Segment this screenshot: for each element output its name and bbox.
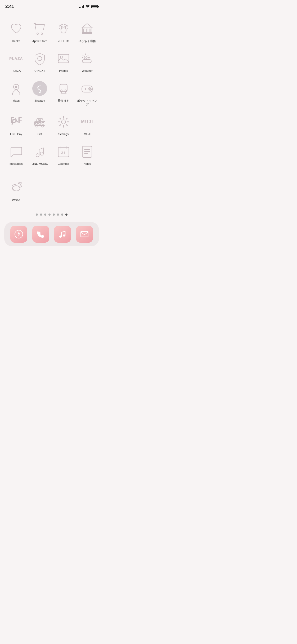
- mail-icon: [80, 230, 89, 239]
- app-calendar[interactable]: 31 Calendar: [52, 140, 75, 169]
- page-dot-5[interactable]: [53, 214, 55, 216]
- app-grid: Health Apple Store ZEPETO: [0, 12, 103, 172]
- page-dot-7[interactable]: [61, 214, 63, 216]
- svg-point-58: [59, 236, 61, 238]
- svg-marker-56: [18, 232, 20, 234]
- app-norikae[interactable]: 乗り換え: [52, 77, 75, 110]
- shazam-s-icon: [35, 84, 44, 93]
- music-note-icon: [33, 145, 47, 158]
- app-zepeto-label: ZEPETO: [58, 39, 69, 43]
- image-icon: [57, 52, 70, 65]
- svg-point-59: [63, 234, 65, 237]
- app-messages[interactable]: Messages: [4, 140, 28, 169]
- app-health-label: Health: [12, 39, 20, 43]
- muji-logo: MUJI: [81, 119, 93, 124]
- gamepad-icon: [80, 82, 94, 95]
- dock-music[interactable]: [54, 226, 71, 243]
- app-plaza-label: PLAZA: [12, 69, 21, 73]
- app-maps-label: Maps: [13, 99, 20, 103]
- svg-rect-41: [39, 119, 41, 121]
- app-photos[interactable]: Photos: [52, 47, 75, 76]
- app-waibo[interactable]: Waibo: [4, 176, 28, 206]
- dock: [4, 222, 99, 246]
- page-dot-1[interactable]: [36, 214, 38, 216]
- app-line-music-label: LINE MUSIC: [32, 162, 48, 166]
- svg-rect-9: [83, 29, 85, 32]
- app-notes-label: Notes: [83, 162, 91, 166]
- weather-icon: [80, 52, 94, 65]
- page-dot-8[interactable]: [65, 214, 68, 216]
- svg-point-55: [15, 230, 23, 238]
- app-go-label: GO: [38, 132, 42, 136]
- svg-text:P: P: [11, 117, 17, 126]
- app-weather[interactable]: Weather: [75, 47, 99, 76]
- app-photos-label: Photos: [59, 69, 68, 73]
- svg-rect-38: [35, 122, 38, 124]
- svg-rect-10: [86, 29, 88, 32]
- app-grid-single: Waibo: [0, 172, 103, 208]
- app-zepeto[interactable]: ZEPETO: [52, 17, 75, 47]
- page-dot-4[interactable]: [48, 214, 51, 216]
- dock-safari[interactable]: [10, 226, 27, 243]
- app-pocket-camp[interactable]: ポケットキャンプ: [75, 77, 99, 110]
- svg-rect-17: [82, 60, 91, 63]
- status-time: 2:41: [5, 4, 14, 9]
- notes-icon: [80, 145, 94, 158]
- app-line-music[interactable]: LINE MUSIC: [28, 140, 52, 169]
- app-norikae-label: 乗り換え: [58, 99, 69, 103]
- app-muji[interactable]: MUJI MUJI: [75, 110, 99, 140]
- svg-rect-40: [42, 122, 44, 124]
- svg-rect-50: [82, 146, 92, 157]
- wifi-icon: [86, 5, 90, 8]
- shield-icon: [33, 52, 47, 65]
- train-icon: [57, 82, 70, 95]
- svg-point-16: [84, 56, 87, 59]
- status-icons: [79, 5, 98, 8]
- dock-phone[interactable]: [32, 226, 49, 243]
- svg-point-0: [37, 33, 38, 34]
- app-messages-label: Messages: [10, 162, 22, 166]
- app-line-pay[interactable]: P LINE Pay: [4, 110, 28, 140]
- page-dots: [0, 208, 103, 220]
- app-apple-store-label: Apple Store: [32, 39, 47, 43]
- app-shazam-label: Shazam: [34, 99, 45, 103]
- app-go[interactable]: GO: [28, 110, 52, 140]
- app-shazam[interactable]: Shazam: [28, 77, 52, 110]
- svg-point-19: [15, 86, 17, 88]
- app-maps[interactable]: Maps: [4, 77, 28, 110]
- svg-rect-39: [39, 122, 41, 124]
- page-dot-6[interactable]: [57, 214, 59, 216]
- app-yucho[interactable]: ゆうちょ通帳: [75, 17, 99, 47]
- shazam-circle: [32, 81, 47, 96]
- line-pay-icon: P: [9, 115, 23, 129]
- app-weather-label: Weather: [82, 69, 93, 73]
- svg-point-2: [61, 28, 66, 33]
- app-waibo-label: Waibo: [12, 198, 20, 202]
- svg-rect-35: [34, 121, 45, 126]
- app-notes[interactable]: Notes: [75, 140, 99, 169]
- app-apple-store[interactable]: Apple Store: [28, 17, 52, 47]
- app-pocket-camp-label: ポケットキャンプ: [76, 99, 98, 106]
- app-settings-label: Settings: [58, 132, 69, 136]
- app-unext[interactable]: U-NEXT: [28, 47, 52, 76]
- phone-icon: [36, 230, 45, 239]
- svg-point-23: [65, 90, 66, 91]
- taxi-icon: [33, 115, 47, 129]
- gear-icon: [57, 115, 70, 129]
- page-dot-3[interactable]: [44, 214, 46, 216]
- page-dot-2[interactable]: [40, 214, 42, 216]
- app-muji-label: MUJI: [84, 132, 91, 136]
- dock-mail[interactable]: [76, 226, 93, 243]
- bank-icon: [80, 22, 94, 36]
- paw-icon: [57, 22, 70, 36]
- svg-point-42: [61, 120, 66, 124]
- weibo-icon: [9, 181, 23, 195]
- compass-icon: [14, 230, 23, 239]
- app-settings[interactable]: Settings: [52, 110, 75, 140]
- svg-point-3: [59, 25, 62, 29]
- app-plaza[interactable]: PLAZA PLAZA: [4, 47, 28, 76]
- svg-rect-7: [82, 28, 92, 33]
- svg-point-1: [41, 33, 43, 34]
- app-health[interactable]: Health: [4, 17, 28, 47]
- app-yucho-label: ゆうちょ通帳: [79, 39, 96, 43]
